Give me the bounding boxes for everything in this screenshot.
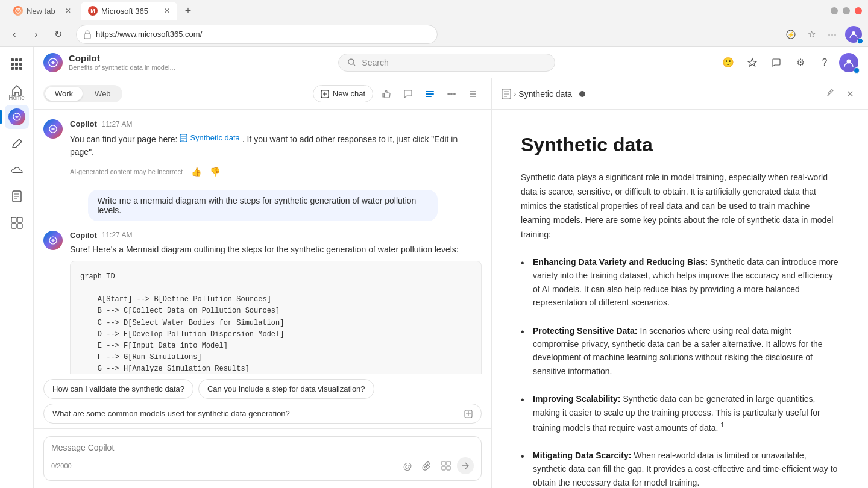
chat-panel: Work Web New chat — [34, 78, 492, 488]
tab-favicon — [13, 6, 23, 16]
new-tab-button[interactable]: + — [180, 2, 197, 19]
header-search: Search — [183, 54, 711, 72]
search-text: Search — [362, 58, 388, 67]
help-icon[interactable]: ? — [815, 53, 834, 72]
input-area: 0/2000 @ — [34, 428, 491, 488]
message-text-1: You can find your page here: Synthetic d… — [70, 132, 482, 158]
settings-header-icon[interactable]: ⚙ — [791, 53, 810, 72]
chat-collapse-icon[interactable] — [465, 86, 482, 102]
tab-new-tab[interactable]: New tab ✕ — [6, 2, 78, 20]
feedback-icon[interactable] — [767, 53, 786, 72]
doc-panel: › Synthetic data ✕ Synthetic data — [492, 78, 868, 488]
new-chat-button[interactable]: New chat — [313, 85, 373, 102]
msg1-dislike[interactable]: 👎 — [206, 163, 223, 180]
chat-list-icon[interactable] — [421, 86, 438, 102]
doc-status-dot — [579, 91, 585, 97]
sidebar-top: Home — [5, 52, 29, 483]
message-meta-2: Copilot 11:27 AM — [70, 231, 482, 240]
sidebar-item-home[interactable]: Home — [5, 78, 29, 102]
suggestion-2-text: Can you include a step for data visualiz… — [207, 384, 365, 393]
tab-m365-favicon: M — [88, 6, 98, 16]
chat-comment-icon[interactable] — [400, 86, 417, 102]
app-name-block: Copilot Benefits of synthetic data in mo… — [69, 53, 175, 72]
settings-icon[interactable]: ⋯ — [823, 26, 840, 43]
create-icon — [11, 137, 23, 149]
grid-icon[interactable] — [438, 457, 454, 474]
message-input[interactable] — [51, 443, 474, 452]
msg1-actions: 👍 👎 — [187, 163, 223, 180]
svg-rect-9 — [11, 224, 16, 228]
svg-rect-1 — [84, 34, 90, 39]
bullet-2: Protecting Sensitive Data: In scenarios … — [521, 321, 839, 382]
chat-more-icon[interactable]: ••• — [443, 86, 460, 102]
minimize-btn[interactable] — [831, 7, 838, 14]
page-link[interactable]: Synthetic data — [180, 132, 239, 144]
app-subtitle: Benefits of synthetic data in model... — [69, 64, 175, 72]
toolbar-icons: ⚡ ☆ ⋯ — [782, 26, 840, 43]
svg-rect-23 — [442, 461, 445, 465]
mention-icon[interactable]: @ — [399, 457, 416, 474]
suggestion-2[interactable]: Can you include a step for data visualiz… — [198, 379, 374, 399]
bullet-1-heading: Enhancing Data Variety and Reducing Bias… — [533, 257, 708, 267]
svg-point-12 — [348, 59, 354, 64]
tab-m365-label: Microsoft 365 — [101, 7, 148, 16]
maximize-btn[interactable] — [843, 7, 850, 14]
sidebar-item-copilot[interactable] — [5, 105, 29, 129]
web-toggle[interactable]: Web — [85, 87, 121, 101]
main-content: Copilot Benefits of synthetic data in mo… — [34, 47, 868, 488]
close-btn[interactable] — [855, 7, 862, 14]
search-box[interactable]: Search — [338, 54, 555, 72]
sidebar-item-waffle[interactable] — [5, 52, 29, 76]
send-button[interactable] — [457, 457, 474, 474]
back-button[interactable]: ‹ — [6, 26, 23, 43]
doc-close-icon[interactable]: ✕ — [841, 86, 858, 102]
pages-icon — [11, 190, 22, 202]
copilot-icon — [8, 108, 25, 125]
header-right: 🙂 ⚙ ? — [719, 53, 858, 72]
message-content-1: Copilot 11:27 AM You can find your page … — [70, 119, 482, 180]
tab-m365[interactable]: M Microsoft 365 ✕ — [81, 2, 177, 20]
emoji-icon[interactable]: 🙂 — [719, 53, 738, 72]
waffle-icon — [11, 58, 22, 70]
header-profile-avatar[interactable] — [839, 53, 858, 72]
work-toggle[interactable]: Work — [45, 87, 83, 101]
char-count: 0/2000 — [51, 462, 72, 469]
message-author-1: Copilot — [70, 119, 97, 128]
svg-rect-10 — [17, 224, 22, 228]
attach-icon[interactable] — [418, 457, 435, 474]
suggestion-3[interactable]: What are some common models used for syn… — [43, 404, 482, 424]
chat-layout: Work Web New chat — [34, 78, 868, 488]
sidebar-item-create[interactable] — [5, 131, 29, 155]
browser-toolbar: ‹ › ↻ https://www.microsoft365.com/ ⚡ ☆ … — [0, 22, 868, 47]
doc-title: Synthetic data — [521, 134, 839, 156]
copilot-header-icon[interactable] — [743, 53, 762, 72]
address-bar[interactable]: https://www.microsoft365.com/ — [76, 25, 438, 44]
app-header: Copilot Benefits of synthetic data in mo… — [34, 47, 868, 78]
sidebar-item-apps[interactable] — [5, 211, 29, 235]
code-block: graph TD A[Start] --> B[Define Pollution… — [70, 261, 482, 374]
doc-body: Synthetic data plays a significant role … — [521, 170, 839, 488]
svg-rect-26 — [447, 466, 450, 470]
forward-button[interactable]: › — [28, 26, 45, 43]
extension-icon[interactable]: ⚡ — [782, 26, 799, 43]
page-link-text: Synthetic data — [190, 132, 239, 144]
refresh-button[interactable]: ↻ — [49, 26, 66, 43]
message-author-2: Copilot — [70, 231, 97, 240]
doc-edit-icon[interactable] — [822, 86, 839, 102]
message-meta-1: Copilot 11:27 AM — [70, 119, 482, 128]
browser-chrome: New tab ✕ M Microsoft 365 ✕ + ‹ › ↻ http… — [0, 0, 868, 47]
suggestion-1[interactable]: How can I validate the synthetic data? — [43, 379, 193, 399]
bullet-4-heading: Mitigating Data Scarcity: — [533, 451, 631, 460]
tab-close[interactable]: ✕ — [65, 7, 71, 15]
favorites-icon[interactable]: ☆ — [803, 26, 820, 43]
tab-m365-close[interactable]: ✕ — [164, 7, 170, 15]
suggestions-container: How can I validate the synthetic data? C… — [34, 374, 491, 428]
sidebar: Home — [0, 47, 34, 488]
profile-avatar[interactable] — [845, 26, 862, 43]
sidebar-item-pages[interactable] — [5, 184, 29, 208]
chat-like-icon[interactable] — [378, 86, 395, 102]
svg-text:⚡: ⚡ — [787, 31, 795, 39]
sidebar-item-onedrive[interactable] — [5, 158, 29, 182]
msg1-like[interactable]: 👍 — [187, 163, 204, 180]
message-group-1: Copilot 11:27 AM You can find your page … — [43, 119, 482, 180]
